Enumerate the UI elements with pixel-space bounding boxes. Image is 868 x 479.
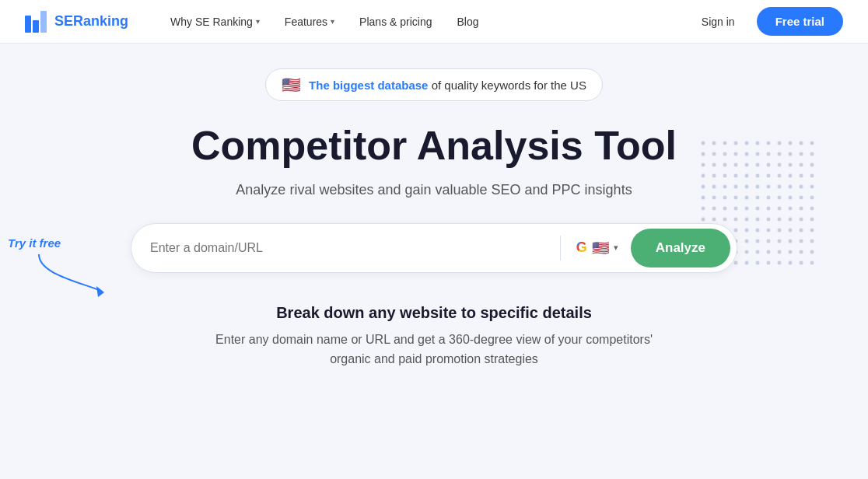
svg-point-123	[810, 250, 814, 254]
svg-point-88	[789, 218, 793, 222]
svg-point-97	[767, 229, 771, 233]
nav-links: Why SE Ranking ▾ Features ▾ Plans & pric…	[159, 9, 692, 34]
svg-point-84	[745, 218, 749, 222]
logo[interactable]: SERanking	[25, 11, 128, 33]
svg-point-68	[810, 196, 814, 200]
svg-point-117	[745, 250, 749, 254]
svg-point-66	[789, 196, 793, 200]
svg-point-17	[734, 152, 738, 156]
svg-point-8	[756, 142, 760, 145]
svg-point-18	[745, 152, 749, 156]
svg-point-6	[734, 142, 738, 145]
svg-point-109	[778, 240, 782, 243]
svg-point-52	[756, 185, 760, 189]
svg-point-7	[745, 142, 749, 145]
svg-point-28	[734, 163, 738, 167]
free-trial-button[interactable]: Free trial	[757, 7, 843, 36]
svg-point-34	[800, 163, 803, 167]
svg-point-129	[756, 261, 760, 265]
svg-point-10	[778, 142, 782, 145]
svg-point-30	[756, 163, 760, 167]
svg-point-134	[810, 261, 814, 265]
svg-point-106	[745, 240, 749, 243]
svg-point-90	[810, 218, 814, 222]
svg-point-61	[734, 196, 738, 200]
sign-in-button[interactable]: Sign in	[692, 9, 744, 34]
svg-point-47	[702, 185, 705, 189]
svg-point-130	[767, 261, 771, 265]
logo-text: SERanking	[54, 13, 128, 30]
svg-point-87	[778, 218, 782, 222]
badge-text: The biggest database of quality keywords…	[309, 79, 586, 92]
svg-point-65	[778, 196, 782, 200]
svg-point-133	[800, 261, 803, 265]
svg-point-54	[778, 185, 782, 189]
svg-point-86	[767, 218, 771, 222]
svg-point-14	[702, 152, 705, 156]
badge-announcement: 🇺🇸 The biggest database of quality keywo…	[265, 68, 603, 101]
svg-point-24	[810, 152, 814, 156]
svg-point-46	[810, 174, 814, 178]
svg-point-51	[745, 185, 749, 189]
svg-rect-0	[25, 16, 31, 33]
svg-point-112	[810, 240, 814, 243]
svg-point-98	[778, 229, 782, 233]
page-title: Competitor Analysis Tool	[191, 123, 677, 170]
svg-point-9	[767, 142, 771, 145]
main-content: // Generate dots in a grid pattern 🇺🇸	[0, 44, 868, 369]
svg-point-74	[756, 207, 760, 211]
chevron-down-icon: ▾	[614, 243, 618, 253]
svg-point-107	[756, 240, 760, 243]
svg-point-23	[800, 152, 803, 156]
svg-point-122	[800, 250, 803, 254]
svg-point-27	[723, 163, 727, 167]
svg-point-67	[800, 196, 803, 200]
nav-item-why[interactable]: Why SE Ranking ▾	[159, 9, 271, 34]
svg-point-59	[712, 196, 716, 200]
nav-item-blog[interactable]: Blog	[446, 9, 490, 34]
svg-point-31	[767, 163, 771, 167]
svg-point-60	[723, 196, 727, 200]
svg-point-45	[800, 174, 803, 178]
svg-point-96	[756, 229, 760, 233]
svg-point-53	[767, 185, 771, 189]
svg-point-131	[778, 261, 782, 265]
svg-point-111	[800, 240, 803, 243]
nav-item-features[interactable]: Features ▾	[274, 9, 345, 34]
svg-point-83	[734, 218, 738, 222]
svg-point-29	[745, 163, 749, 167]
nav-item-plans[interactable]: Plans & pricing	[348, 9, 443, 34]
svg-point-69	[702, 207, 705, 211]
svg-point-58	[702, 196, 705, 200]
svg-point-3	[702, 142, 705, 145]
svg-point-75	[767, 207, 771, 211]
try-it-free-annotation: Try it free	[8, 236, 61, 250]
svg-point-95	[745, 229, 749, 233]
svg-point-43	[778, 174, 782, 178]
svg-rect-1	[33, 20, 39, 33]
svg-rect-2	[40, 11, 47, 33]
svg-point-11	[789, 142, 793, 145]
svg-point-79	[810, 207, 814, 211]
svg-point-16	[723, 152, 727, 156]
svg-point-64	[767, 196, 771, 200]
svg-point-76	[778, 207, 782, 211]
svg-point-118	[756, 250, 760, 254]
svg-point-85	[756, 218, 760, 222]
svg-point-100	[800, 229, 803, 233]
svg-point-55	[789, 185, 793, 189]
svg-point-49	[723, 185, 727, 189]
chevron-down-icon: ▾	[331, 17, 334, 26]
svg-point-110	[789, 240, 793, 243]
analyze-button[interactable]: Analyze	[631, 229, 730, 267]
svg-point-20	[767, 152, 771, 156]
svg-point-119	[767, 250, 771, 254]
svg-point-21	[778, 152, 782, 156]
svg-point-13	[810, 142, 814, 145]
svg-point-39	[734, 174, 738, 178]
svg-point-70	[712, 207, 716, 211]
svg-point-48	[712, 185, 716, 189]
domain-search-input[interactable]	[150, 241, 551, 255]
search-engine-selector[interactable]: G 🇺🇸 ▾	[570, 240, 625, 257]
svg-point-25	[702, 163, 705, 167]
